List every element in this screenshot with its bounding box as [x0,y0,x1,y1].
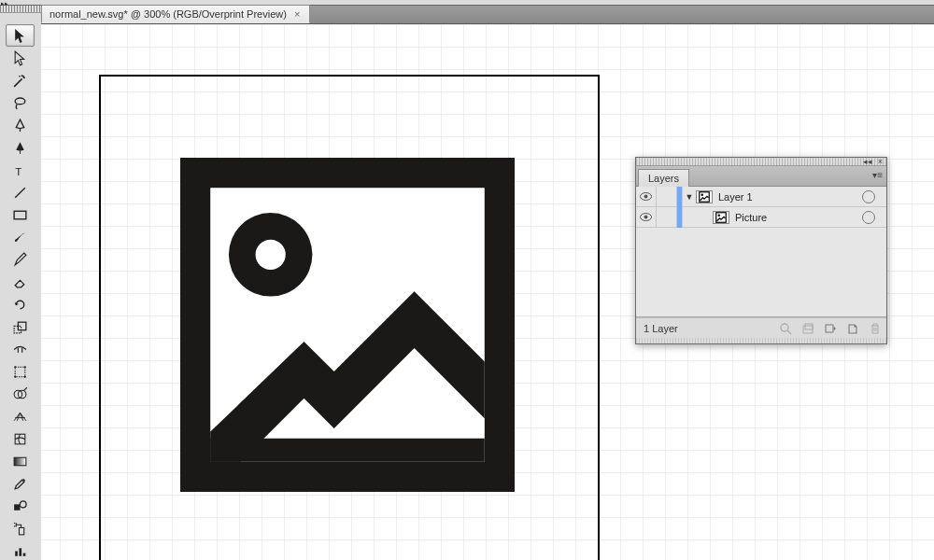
magic-wand-tool[interactable] [6,69,35,91]
create-new-layer-button[interactable] [842,318,864,339]
close-panel-button[interactable]: × [876,157,884,166]
shape-builder-tool[interactable] [6,383,35,405]
svg-point-35 [718,214,720,216]
layer-color-strip [677,207,683,228]
layer-thumbnail [696,190,713,203]
tools-panel: T [0,6,41,560]
lock-toggle[interactable] [657,207,677,228]
mesh-tool[interactable] [6,427,35,450]
layer-row[interactable]: Picture [636,207,886,228]
selection-indicator [881,207,886,228]
panel-menu-button[interactable]: ▾≡ [872,170,883,180]
layer-name[interactable]: Picture [733,212,856,223]
column-graph-tool[interactable] [6,539,35,560]
visibility-toggle[interactable] [636,207,657,228]
visibility-toggle[interactable] [636,187,657,207]
svg-point-33 [644,216,648,219]
close-tab-button[interactable]: × [292,8,302,20]
artboard-edge-right [598,75,600,560]
svg-rect-6 [15,367,25,377]
layer-name[interactable]: Layer 1 [716,191,856,203]
scale-tool[interactable] [6,315,35,338]
collapse-panel-button[interactable]: ◂◂ [861,157,874,166]
layers-panel: ◂◂ × Layers ▾≡ ▼ Layer 1 Picture [635,157,887,344]
svg-rect-13 [15,434,25,444]
locate-object-button[interactable] [774,318,797,339]
gradient-tool[interactable] [6,450,35,472]
svg-rect-40 [826,325,833,332]
type-tool[interactable]: T [6,159,35,181]
eraser-tool[interactable] [6,271,35,293]
delete-layer-button[interactable] [864,318,886,339]
artboard-edge-left [99,75,101,560]
svg-rect-39 [805,324,813,329]
layer-count-label: 1 Layer [636,323,774,334]
lock-toggle[interactable] [657,187,677,207]
svg-rect-18 [15,551,18,555]
line-segment-tool[interactable] [6,181,35,203]
symbol-sprayer-tool[interactable] [6,517,35,539]
svg-point-9 [14,375,16,377]
artwork-picture-icon[interactable] [180,158,515,492]
perspective-grid-tool[interactable] [6,405,35,427]
width-tool[interactable] [6,338,35,360]
tools-grid: T [6,24,35,560]
paintbrush-tool[interactable] [6,226,35,248]
svg-line-2 [15,188,25,198]
tools-panel-grip[interactable] [0,6,41,13]
eyedropper-tool[interactable] [6,472,35,495]
document-tab-bar: normal_new.svg* @ 300% (RGB/Overprint Pr… [41,6,934,24]
pen-tool[interactable] [6,114,35,136]
target-button[interactable] [862,190,875,203]
rotate-tool[interactable] [6,293,35,315]
svg-rect-3 [14,211,26,219]
svg-rect-19 [19,548,21,556]
layers-list: ▼ Layer 1 Picture [636,187,886,317]
layers-panel-footer: 1 Layer [636,317,886,338]
svg-point-36 [781,324,788,331]
svg-rect-27 [210,439,485,462]
svg-point-16 [20,500,26,507]
layers-panel-grip[interactable]: ◂◂ × [636,158,886,166]
layer-row[interactable]: ▼ Layer 1 [636,187,886,207]
create-sublayer-button[interactable] [819,318,842,339]
artboard-edge-top [99,75,600,77]
document-tab-title: normal_new.svg* @ 300% (RGB/Overprint Pr… [50,8,287,20]
svg-point-29 [644,195,648,199]
svg-point-31 [701,193,703,195]
svg-point-8 [24,366,26,368]
direct-selection-tool[interactable] [6,47,35,69]
svg-point-24 [256,240,286,270]
blend-tool[interactable] [6,495,35,517]
svg-rect-20 [23,553,26,555]
svg-point-0 [15,97,25,104]
panel-resize-grip[interactable] [636,338,886,343]
panel-tab-bar: Layers ▾≡ [636,166,886,187]
make-clipping-mask-button[interactable] [797,318,819,339]
svg-point-10 [24,375,26,377]
svg-point-7 [14,366,16,368]
selection-tool[interactable] [6,24,35,47]
svg-line-37 [787,330,791,334]
rectangle-tool[interactable] [6,203,35,226]
layer-thumbnail [713,211,729,224]
svg-rect-15 [14,504,20,510]
svg-rect-14 [14,457,26,466]
document-tab[interactable]: normal_new.svg* @ 300% (RGB/Overprint Pr… [41,5,310,23]
layers-tab[interactable]: Layers [638,169,689,187]
svg-rect-17 [19,527,23,534]
pencil-tool[interactable] [6,248,35,271]
curvature-tool[interactable] [6,136,35,159]
free-transform-tool[interactable] [6,360,35,383]
lasso-tool[interactable] [6,91,35,114]
selection-indicator [881,187,886,207]
target-button[interactable] [862,211,875,224]
disclosure-triangle[interactable]: ▼ [683,192,696,202]
svg-text:T: T [15,164,21,176]
